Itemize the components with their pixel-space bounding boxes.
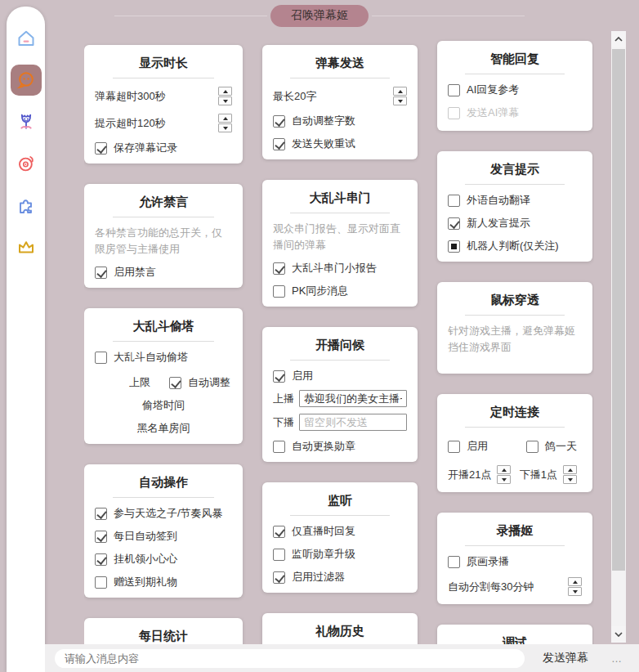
checkbox[interactable]	[95, 508, 107, 520]
checkbox[interactable]	[95, 531, 107, 543]
checkbox[interactable]	[448, 217, 460, 230]
checkbox-option[interactable]: 赠送到期礼物	[95, 575, 177, 589]
checkbox[interactable]	[448, 84, 460, 96]
checkbox-option[interactable]: 启用	[448, 439, 488, 454]
number-stepper[interactable]	[568, 577, 582, 596]
checkbox-option[interactable]: 仅直播时回复	[273, 524, 355, 539]
number-stepper[interactable]	[218, 87, 232, 105]
sidebar-item-home[interactable]	[11, 23, 42, 54]
sidebar-item-flower[interactable]	[11, 106, 42, 137]
title-divider	[290, 213, 389, 213]
checkbox-label: 启用	[292, 369, 313, 383]
spinner-down-button[interactable]	[393, 96, 407, 105]
checkbox-option[interactable]: 启用禁言	[95, 265, 156, 280]
checkbox[interactable]	[448, 107, 460, 119]
checkbox-option[interactable]: 大乱斗串门小报告	[273, 261, 377, 276]
spinner-down-button[interactable]	[218, 96, 232, 105]
checkbox-option[interactable]: 启用过滤器	[273, 570, 345, 585]
number-stepper[interactable]	[218, 114, 232, 132]
summon-danmaku-button[interactable]: 召唤弹幕姬	[270, 5, 369, 27]
checkbox-option[interactable]: PK同步消息	[273, 284, 348, 298]
more-options-button[interactable]: …	[606, 652, 626, 665]
checkbox[interactable]	[273, 138, 285, 150]
number-stepper[interactable]	[497, 465, 511, 484]
checkbox-row: 参与天选之子/节奏风暴	[95, 506, 232, 521]
checkbox-option[interactable]: 挂机领小心心	[95, 552, 177, 567]
spinner-down-button[interactable]	[568, 587, 582, 596]
checkbox[interactable]	[95, 576, 107, 589]
checkbox[interactable]	[95, 142, 107, 155]
checkbox[interactable]	[448, 240, 460, 253]
checkbox[interactable]	[448, 195, 460, 207]
action-label[interactable]: 偷塔时间	[142, 398, 185, 413]
checkbox-option[interactable]: 监听勋章升级	[273, 547, 355, 562]
spinner-down-button[interactable]	[218, 123, 232, 132]
checkbox[interactable]	[169, 377, 181, 389]
checkbox[interactable]	[273, 370, 285, 383]
offline-greeting-input[interactable]	[299, 414, 407, 431]
checkbox-option[interactable]: AI回复参考	[448, 83, 519, 97]
scrollbar-thumb[interactable]	[612, 49, 625, 571]
vertical-scrollbar[interactable]	[611, 31, 626, 643]
message-input[interactable]	[55, 649, 525, 668]
title-divider	[465, 315, 564, 316]
checkbox-option[interactable]: 启用	[273, 369, 313, 383]
sidebar-item-record[interactable]	[11, 148, 42, 179]
checkbox[interactable]	[273, 115, 285, 128]
checkbox[interactable]	[273, 526, 285, 538]
card-column-2: 弹幕发送最长20字自动调整字数发送失败重试大乱斗串门观众串门报告、显示对面直播间…	[262, 33, 418, 644]
spinner-down-button[interactable]	[497, 475, 511, 484]
checkbox-option[interactable]: 自动更换勋章	[273, 439, 355, 454]
spinner-up-button[interactable]	[218, 87, 232, 96]
checkbox-option[interactable]: 每日自动签到	[95, 529, 177, 544]
checkbox-option[interactable]: 原画录播	[448, 554, 509, 569]
checkbox[interactable]	[448, 441, 460, 453]
spinner-up-button[interactable]	[393, 87, 407, 96]
sidebar-item-crown[interactable]	[11, 231, 42, 262]
card-allow-mute: 允许禁言各种禁言功能的总开关，仅限房管与主播使用启用禁言	[84, 184, 243, 288]
spinner-up-button[interactable]	[218, 114, 232, 123]
checkbox-option[interactable]: 发送AI弹幕	[448, 105, 519, 120]
number-stepper[interactable]	[563, 465, 577, 484]
spinner-up-button[interactable]	[563, 465, 577, 474]
checkbox-option[interactable]: 发送失败重试	[273, 137, 355, 151]
checkbox-label: 大乱斗串门小报告	[292, 261, 377, 276]
sidebar-item-plugin[interactable]	[11, 190, 42, 221]
scroll-down-button[interactable]	[611, 626, 626, 643]
send-danmaku-button[interactable]: 发送弹幕	[538, 650, 593, 666]
checkbox-option[interactable]: 自动调整	[169, 375, 230, 390]
checkbox-option[interactable]: 新人发言提示	[448, 216, 530, 231]
spinner-up-button[interactable]	[497, 465, 511, 474]
scroll-up-button[interactable]	[611, 31, 626, 47]
online-greeting-input[interactable]	[299, 390, 407, 407]
checkbox-option[interactable]: 大乱斗自动偷塔	[95, 350, 188, 365]
checkbox-option[interactable]: 鸽一天	[526, 439, 577, 454]
center-label-row: 黑名单房间	[95, 421, 232, 436]
checkbox[interactable]	[95, 352, 107, 364]
number-stepper[interactable]	[393, 87, 407, 105]
checkbox[interactable]	[273, 285, 285, 298]
checkbox[interactable]	[273, 549, 285, 561]
checkbox-option[interactable]: 外语自动翻译	[448, 193, 530, 208]
spinner-down-button[interactable]	[563, 475, 577, 484]
split-right: 自动调整	[169, 375, 230, 390]
checkbox-option[interactable]: 机器人判断(仅关注)	[448, 239, 559, 253]
sidebar-item-danmaku[interactable]	[11, 65, 42, 96]
spinner-down-icon	[398, 100, 403, 103]
checkbox[interactable]	[95, 267, 107, 279]
checkbox[interactable]	[526, 441, 538, 453]
checkbox-option[interactable]: 自动调整字数	[273, 114, 355, 128]
card-listen: 监听仅直播时回复监听勋章升级启用过滤器	[262, 482, 418, 593]
checkbox[interactable]	[273, 262, 285, 275]
title-divider	[290, 360, 389, 361]
card-title: 开播问候	[273, 334, 407, 355]
checkbox[interactable]	[273, 441, 285, 453]
action-label[interactable]: 黑名单房间	[137, 421, 190, 436]
checkbox-option[interactable]: 参与天选之子/节奏风暴	[95, 506, 223, 521]
checkbox-label: 参与天选之子/节奏风暴	[114, 506, 223, 521]
checkbox[interactable]	[95, 553, 107, 566]
checkbox[interactable]	[448, 556, 460, 568]
checkbox-option[interactable]: 保存弹幕记录	[95, 141, 177, 155]
checkbox[interactable]	[273, 571, 285, 584]
spinner-up-button[interactable]	[568, 577, 582, 586]
